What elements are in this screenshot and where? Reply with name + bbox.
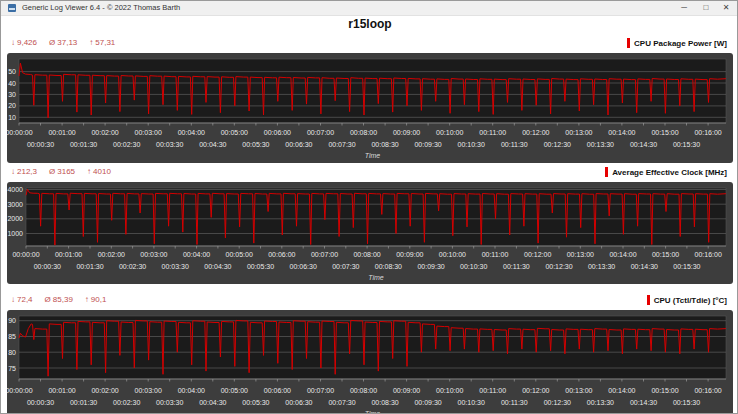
close-button[interactable]: ✕ [715, 1, 737, 14]
stat-min-value: 212,3 [17, 167, 37, 176]
x-tick-label: 00:16:00 [695, 251, 722, 258]
y-tick-label: 4000 [7, 186, 23, 193]
chart-plot-temp[interactable]: 9085807500:00:0000:01:0000:02:0000:03:00… [7, 310, 733, 414]
x-tick-label: 00:05:00 [226, 251, 253, 258]
chart-legend-power: CPU Package Power [W] [627, 38, 727, 48]
x-tick-label: 00:01:30 [70, 399, 97, 406]
avg-icon: Ø [45, 295, 51, 304]
x-tick-label: 00:01:00 [48, 129, 75, 136]
x-tick-label: 00:00:00 [7, 387, 33, 394]
x-tick-label: 00:03:00 [135, 129, 162, 136]
plot-area[interactable] [26, 188, 726, 246]
stat-min-value: 9,426 [17, 38, 37, 47]
x-tick-label: 00:06:30 [290, 263, 317, 270]
stats-row-temp: ↓72,4Ø85,39↑90,1 CPU (Tctl/Tdie) [°C] [11, 295, 727, 308]
chart-legend-temp: CPU (Tctl/Tdie) [°C] [647, 295, 727, 305]
x-tick-label: 00:14:00 [609, 251, 636, 258]
stat-max-value: 57,31 [95, 38, 115, 47]
x-tick-label: 00:09:30 [414, 399, 441, 406]
avg-icon: Ø [49, 38, 55, 47]
stats-row-power: ↓9,426Ø37,13↑57,31 CPU Package Power [W] [11, 38, 727, 51]
stats-power: ↓9,426Ø37,13↑57,31 [11, 38, 127, 47]
x-tick-label: 00:11:30 [501, 399, 528, 406]
max-arrow-icon: ↑ [85, 295, 89, 304]
x-tick-label: 00:14:30 [630, 399, 657, 406]
title-bar: Generic Log Viewer 6.4 - © 2022 Thomas B… [1, 1, 738, 16]
x-tick-label: 00:15:00 [652, 251, 679, 258]
x-tick-label: 00:02:00 [91, 129, 118, 136]
x-tick-label: 00:12:00 [522, 129, 549, 136]
x-tick-label: 00:12:00 [522, 387, 549, 394]
chart-panel-temp: 9085807500:00:0000:01:0000:02:0000:03:00… [7, 310, 733, 414]
x-tick-label: 00:08:00 [350, 387, 377, 394]
y-tick-label: 3000 [7, 201, 23, 208]
stat-max-value: 4010 [93, 167, 111, 176]
x-tick-label: 00:04:30 [199, 399, 226, 406]
max-arrow-icon: ↑ [89, 38, 93, 47]
x-tick-label: 00:08:30 [375, 263, 402, 270]
x-tick-label: 00:02:30 [113, 399, 140, 406]
x-tick-label: 00:11:00 [482, 251, 509, 258]
plot-area[interactable] [19, 316, 726, 379]
maximize-button[interactable]: □ [695, 1, 717, 14]
x-tick-label: 00:05:00 [221, 129, 248, 136]
chart-panel-clock: 400030002000100000:00:0000:01:0000:02:00… [7, 182, 733, 284]
stat-min-value: 72,4 [17, 295, 33, 304]
stats-clock: ↓212,3Ø3165↑4010 [11, 167, 123, 176]
y-tick-label: 75 [8, 365, 16, 372]
x-tick-label: 00:16:00 [694, 387, 721, 394]
minimize-button[interactable]: ─ [673, 1, 695, 14]
x-tick-label: 00:00:30 [27, 141, 54, 148]
x-tick-label: 00:06:30 [285, 141, 312, 148]
page-title: r15loop [1, 17, 738, 31]
x-tick-label: 00:14:00 [608, 387, 635, 394]
chart-plot-power[interactable]: 504030201000:00:0000:01:0000:02:0000:03:… [7, 53, 733, 163]
x-tick-label: 00:03:00 [135, 387, 162, 394]
x-tick-label: 00:01:00 [55, 251, 82, 258]
x-tick-label: 00:04:30 [199, 141, 226, 148]
x-tick-label: 00:07:00 [307, 387, 334, 394]
y-tick-label: 30 [8, 91, 16, 98]
series-color-bar-icon [627, 38, 630, 48]
x-tick-label: 00:07:00 [311, 251, 338, 258]
x-tick-label: 00:13:00 [567, 251, 594, 258]
x-tick-label: 00:12:30 [544, 141, 571, 148]
x-tick-label: 00:11:00 [479, 387, 506, 394]
x-tick-label: 00:15:00 [651, 129, 678, 136]
x-tick-label: 00:08:00 [350, 129, 377, 136]
x-tick-label: 00:05:30 [242, 399, 269, 406]
stats-row-clock: ↓212,3Ø3165↑4010 Average Effective Clock… [11, 167, 727, 180]
x-tick-label: 00:15:00 [651, 387, 678, 394]
x-tick-label: 00:05:30 [242, 141, 269, 148]
x-tick-label: 00:15:30 [673, 399, 700, 406]
x-tick-label: 00:06:00 [264, 129, 291, 136]
x-axis-title: Time [365, 152, 381, 159]
app-window: Generic Log Viewer 6.4 - © 2022 Thomas B… [0, 0, 738, 414]
x-tick-label: 00:09:00 [396, 251, 423, 258]
chart-panel-power: 504030201000:00:0000:01:0000:02:0000:03:… [7, 53, 733, 163]
plot-area[interactable] [19, 59, 726, 123]
x-tick-label: 00:01:00 [48, 387, 75, 394]
x-tick-label: 00:07:30 [332, 263, 359, 270]
x-tick-label: 00:13:30 [587, 141, 614, 148]
x-tick-label: 00:08:30 [371, 399, 398, 406]
x-tick-label: 00:04:00 [178, 387, 205, 394]
x-tick-label: 00:13:30 [588, 263, 615, 270]
x-tick-label: 00:12:30 [544, 399, 571, 406]
x-tick-label: 00:06:30 [285, 399, 312, 406]
x-tick-label: 00:13:00 [565, 129, 592, 136]
x-tick-label: 00:04:00 [183, 251, 210, 258]
x-tick-label: 00:12:30 [545, 263, 572, 270]
x-tick-label: 00:00:30 [27, 399, 54, 406]
x-tick-label: 00:11:30 [503, 263, 530, 270]
x-tick-label: 00:03:30 [156, 399, 183, 406]
x-tick-label: 00:09:30 [414, 141, 441, 148]
x-tick-label: 00:11:00 [479, 129, 506, 136]
app-icon [8, 4, 16, 12]
x-tick-label: 00:02:00 [98, 251, 125, 258]
x-tick-label: 00:10:30 [458, 141, 485, 148]
x-tick-label: 00:06:00 [264, 387, 291, 394]
chart-title-power: CPU Package Power [W] [634, 39, 727, 48]
y-tick-label: 1000 [7, 230, 23, 237]
chart-plot-clock[interactable]: 400030002000100000:00:0000:01:0000:02:00… [7, 182, 733, 284]
